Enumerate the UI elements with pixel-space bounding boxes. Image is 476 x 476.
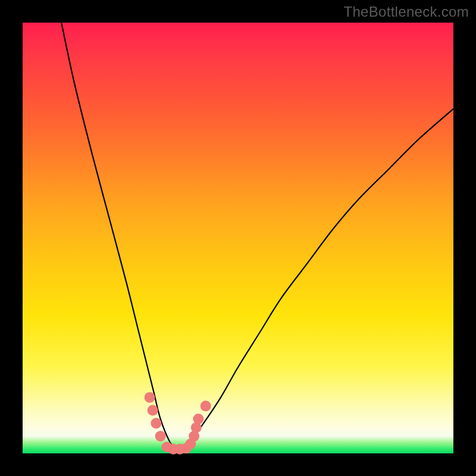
bottleneck-curve bbox=[61, 23, 453, 450]
marker-dot bbox=[151, 418, 161, 428]
marker-dot bbox=[201, 400, 211, 411]
marker-dot bbox=[155, 431, 166, 441]
marker-dot bbox=[145, 392, 155, 403]
highlight-markers bbox=[145, 392, 211, 455]
watermark-text: TheBottleneck.com bbox=[343, 4, 469, 20]
marker-dot bbox=[193, 414, 203, 424]
marker-dot bbox=[148, 405, 158, 416]
chart-container: TheBottleneck.com bbox=[0, 0, 476, 476]
curve-layer bbox=[23, 23, 453, 453]
plot-area bbox=[23, 23, 453, 453]
